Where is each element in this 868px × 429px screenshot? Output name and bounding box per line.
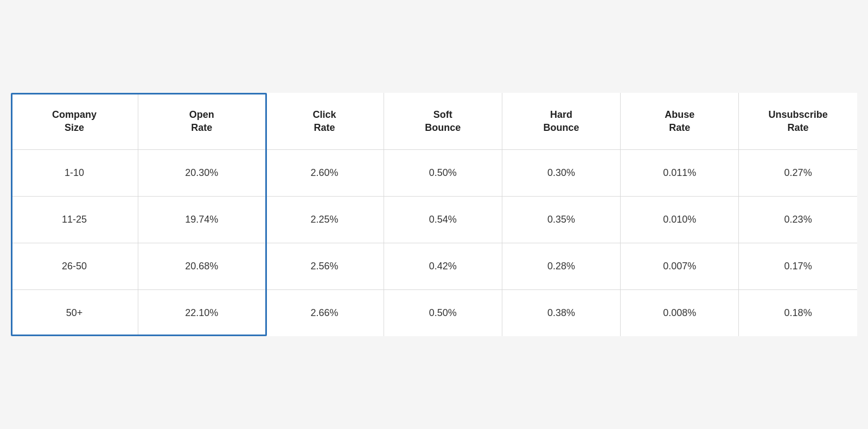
cell-soft-bounce: 0.42% — [384, 243, 502, 290]
header-click-rate: ClickRate — [265, 93, 384, 150]
table-header-row: CompanySize OpenRate ClickRate SoftBounc… — [11, 93, 857, 150]
data-table-container: CompanySize OpenRate ClickRate SoftBounc… — [11, 93, 857, 337]
header-company-size: CompanySize — [11, 93, 138, 150]
cell-abuse-rate: 0.010% — [621, 197, 739, 243]
cell-abuse-rate: 0.008% — [621, 290, 739, 337]
cell-unsubscribe-rate: 0.23% — [739, 197, 857, 243]
cell-company-size: 1-10 — [11, 150, 138, 197]
table-row: 26-5020.68%2.56%0.42%0.28%0.007%0.17% — [11, 243, 857, 290]
header-unsubscribe-rate: UnsubscribeRate — [739, 93, 857, 150]
cell-click-rate: 2.56% — [265, 243, 384, 290]
table-row: 50+22.10%2.66%0.50%0.38%0.008%0.18% — [11, 290, 857, 337]
cell-company-size: 26-50 — [11, 243, 138, 290]
cell-hard-bounce: 0.28% — [502, 243, 620, 290]
cell-unsubscribe-rate: 0.27% — [739, 150, 857, 197]
cell-click-rate: 2.66% — [265, 290, 384, 337]
header-abuse-rate: AbuseRate — [621, 93, 739, 150]
header-hard-bounce: HardBounce — [502, 93, 620, 150]
cell-soft-bounce: 0.50% — [384, 290, 502, 337]
cell-abuse-rate: 0.011% — [621, 150, 739, 197]
cell-open-rate: 20.68% — [138, 243, 266, 290]
cell-unsubscribe-rate: 0.18% — [739, 290, 857, 337]
cell-unsubscribe-rate: 0.17% — [739, 243, 857, 290]
header-open-rate: OpenRate — [138, 93, 266, 150]
cell-hard-bounce: 0.30% — [502, 150, 620, 197]
cell-click-rate: 2.25% — [265, 197, 384, 243]
cell-click-rate: 2.60% — [265, 150, 384, 197]
cell-soft-bounce: 0.50% — [384, 150, 502, 197]
cell-hard-bounce: 0.38% — [502, 290, 620, 337]
cell-abuse-rate: 0.007% — [621, 243, 739, 290]
cell-company-size: 50+ — [11, 290, 138, 337]
header-soft-bounce: SoftBounce — [384, 93, 502, 150]
cell-open-rate: 20.30% — [138, 150, 266, 197]
cell-soft-bounce: 0.54% — [384, 197, 502, 243]
cell-company-size: 11-25 — [11, 197, 138, 243]
stats-table: CompanySize OpenRate ClickRate SoftBounc… — [11, 93, 857, 337]
cell-open-rate: 19.74% — [138, 197, 266, 243]
cell-hard-bounce: 0.35% — [502, 197, 620, 243]
table-row: 1-1020.30%2.60%0.50%0.30%0.011%0.27% — [11, 150, 857, 197]
cell-open-rate: 22.10% — [138, 290, 266, 337]
table-row: 11-2519.74%2.25%0.54%0.35%0.010%0.23% — [11, 197, 857, 243]
